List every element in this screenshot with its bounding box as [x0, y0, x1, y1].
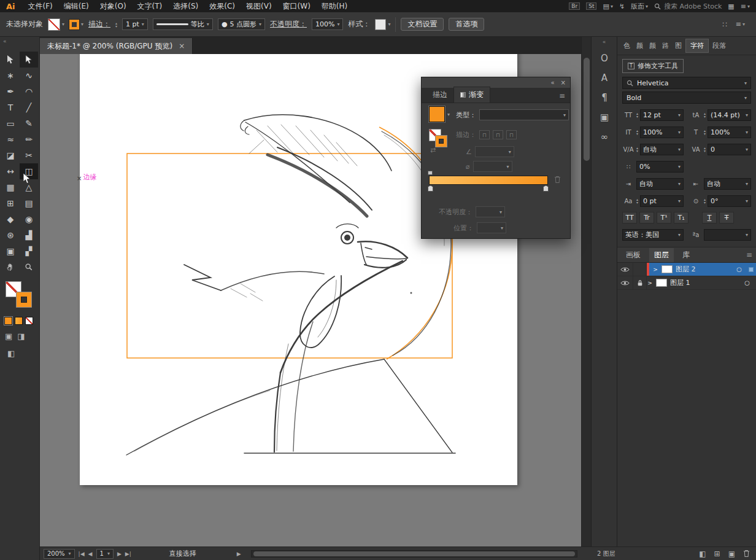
workspace-switcher[interactable]: 版面▾ [631, 2, 648, 11]
layer-name[interactable]: 图层 2 [676, 265, 733, 274]
shaper-tool[interactable]: ≈ [1, 131, 20, 147]
angle-select[interactable]: ▾ [475, 146, 514, 157]
perspective-grid-tool[interactable]: △ [20, 179, 38, 195]
stroke-within-icon[interactable]: ⊓ [479, 130, 490, 139]
stroke-orange-swatch[interactable] [16, 292, 32, 308]
draw-normal-icon[interactable]: ▣ [5, 332, 12, 341]
gradient-type-select[interactable]: ▾ [479, 109, 569, 120]
expand-layer-icon[interactable]: > [647, 280, 653, 286]
doc-profile-icon[interactable]: ▤▾ [603, 2, 612, 10]
tracking-field[interactable]: 0▾ [708, 144, 751, 155]
adobe-stock-search[interactable]: 搜索 Adobe Stock [654, 2, 722, 11]
anti-alias-select[interactable]: ▾ [704, 229, 751, 241]
kerning-field[interactable]: 自动▾ [640, 144, 684, 155]
character-rotation-stepper[interactable]: ▴▾ [704, 198, 706, 204]
stop-opacity-select[interactable]: ▾ [476, 206, 505, 217]
color-button[interactable] [4, 317, 12, 325]
menu-help[interactable]: 帮助(H) [316, 1, 353, 12]
close-tab-icon[interactable]: × [179, 42, 185, 50]
insert-space-right-field[interactable]: 自动▾ [704, 178, 751, 190]
font-family-select[interactable]: Helvetica ▾ [622, 77, 751, 89]
insert-space-left-field[interactable]: 自动▾ [636, 178, 684, 190]
first-artboard-icon[interactable]: |◀ [79, 551, 85, 557]
gradient-midpoint-stop[interactable] [428, 171, 433, 175]
prev-artboard-icon[interactable]: ◀ [88, 551, 93, 557]
lock-toggle[interactable] [633, 263, 647, 276]
expand-layer-icon[interactable]: > [652, 266, 658, 273]
font-size-field[interactable]: 12 pt▾ [640, 109, 684, 121]
gradient-button[interactable] [15, 317, 23, 325]
style-select[interactable]: ▾ [375, 19, 390, 30]
preferences-button[interactable]: 首选项 [449, 18, 484, 31]
document-setup-button[interactable]: 文档设置 [401, 18, 444, 31]
subscript-button[interactable]: T₁ [674, 212, 688, 224]
last-artboard-icon[interactable]: ▶| [125, 551, 131, 557]
menu-effect[interactable]: 效果(C) [204, 1, 241, 12]
scissors-tool[interactable]: ✂ [20, 147, 38, 163]
gradient-slider[interactable] [429, 176, 548, 185]
superscript-button[interactable]: T¹ [657, 212, 671, 224]
visibility-toggle[interactable] [617, 263, 633, 276]
baseline-shift-stepper[interactable]: ▴▾ [636, 198, 638, 204]
tab-paragraph[interactable]: 段落 [710, 39, 728, 52]
tab-swatches[interactable]: 颜 [647, 39, 658, 52]
make-mask-icon[interactable]: ◧ [699, 550, 706, 558]
opacity-panel-link[interactable]: 不透明度： [270, 19, 307, 29]
shape-panel-icon[interactable]: O [592, 49, 617, 68]
gradient-menu-icon[interactable]: ≡ [554, 89, 570, 103]
rectangle-tool[interactable]: ▭ [1, 115, 20, 131]
column-graph-tool[interactable]: ▟ [20, 227, 38, 243]
direct-selection-tool[interactable] [20, 52, 38, 68]
font-style-select[interactable]: Bold ▾ [622, 91, 751, 104]
touch-type-tool-button[interactable]: T 修饰文字工具 [622, 59, 684, 73]
hand-tool[interactable] [1, 259, 20, 275]
aspect-ratio-select[interactable]: ▾ [473, 161, 512, 172]
symbol-sprayer-tool[interactable]: ⊛ [1, 227, 20, 243]
magic-wand-tool[interactable]: ∗ [1, 68, 20, 84]
character-rotation-field[interactable]: 0°▾ [708, 195, 751, 207]
gradient-stop-right[interactable] [543, 185, 549, 192]
menu-view[interactable]: 视图(V) [241, 1, 277, 12]
draw-behind-icon[interactable]: ◨ [17, 332, 25, 341]
font-size-stepper[interactable]: ▴▾ [636, 112, 638, 118]
tab-gradient[interactable]: 渐变 [453, 87, 490, 103]
gradient-panel-titlebar[interactable]: « × [422, 77, 570, 88]
tracking-stepper[interactable]: ▴▾ [704, 146, 706, 152]
gradient-swatch[interactable] [429, 106, 445, 122]
layers-menu-icon[interactable]: ≡ [746, 251, 752, 259]
delete-stop-icon[interactable] [554, 176, 561, 184]
lock-toggle[interactable] [633, 276, 647, 289]
app-logo[interactable]: Ai [6, 2, 15, 11]
tab-character[interactable]: 字符 [685, 39, 709, 53]
menu-object[interactable]: 对象(O) [94, 1, 132, 12]
vertical-scrollbar[interactable] [581, 37, 591, 546]
lasso-tool[interactable]: ∿ [20, 68, 38, 84]
stroke-panel-link[interactable]: 描边： [88, 19, 110, 29]
tab-pathfinder[interactable]: 路 [660, 39, 671, 52]
stroke-width-stepper[interactable]: ▴▾ [115, 21, 117, 28]
proportional-spacing-field[interactable]: 0%▾ [636, 161, 684, 173]
strikethrough-button[interactable]: T [719, 212, 734, 224]
menu-type[interactable]: 文字(T) [132, 1, 168, 12]
gradient-swatch-chevron[interactable]: ▾ [447, 112, 450, 117]
underline-button[interactable]: T [702, 212, 717, 224]
gradient-stop-left[interactable] [428, 185, 433, 192]
menu-window[interactable]: 窗口(W) [277, 1, 316, 12]
tab-graphic[interactable]: 图 [673, 39, 684, 52]
vscroll-thumb[interactable] [584, 58, 590, 161]
arrange-documents-icon[interactable]: ▦ [728, 2, 734, 10]
horizontal-scale-stepper[interactable]: ▴▾ [704, 129, 706, 135]
language-select[interactable]: 英语：美国▾ [622, 229, 684, 241]
tab-color-guide[interactable]: 颜 [634, 39, 646, 52]
menu-file[interactable]: 文件(F) [23, 1, 58, 12]
type-tool[interactable]: T [1, 99, 20, 115]
delete-layer-icon[interactable] [743, 550, 750, 558]
tab-libraries[interactable]: 库 [677, 248, 695, 262]
export-panel-icon[interactable]: ▣ [592, 107, 617, 127]
next-artboard-icon[interactable]: ▶ [117, 551, 122, 557]
eyedropper-tool[interactable]: ◆ [1, 211, 20, 227]
opacity-field[interactable]: 100%▾ [312, 18, 343, 30]
stroke-across-icon[interactable]: ⊓ [506, 130, 517, 139]
line-segment-tool[interactable]: ╱ [20, 99, 38, 115]
tab-stroke[interactable]: 描边 [426, 87, 453, 103]
